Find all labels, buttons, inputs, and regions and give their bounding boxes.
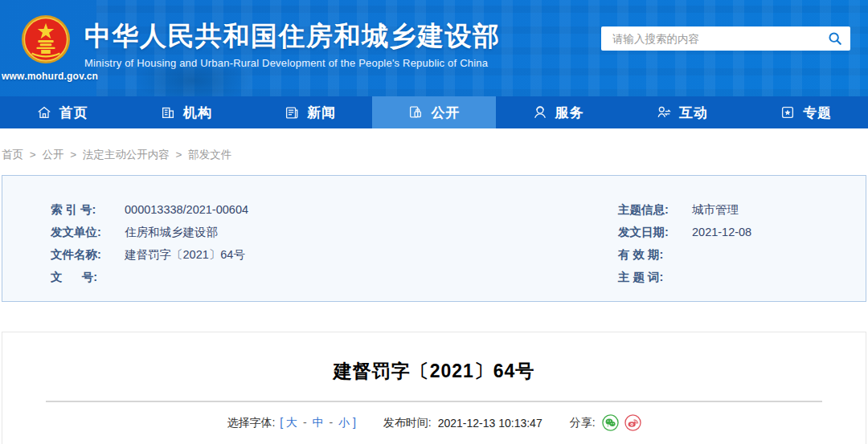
meta-label: 主题信息: [618,198,692,221]
document-title: 建督罚字〔2021〕64号 [2,359,866,384]
meta-label: 文 号: [51,266,125,288]
breadcrumb-home[interactable]: 首页 [2,149,23,161]
meta-label: 索 引 号: [51,198,125,221]
nav-label: 专题 [803,104,832,122]
meta-label: 有 效 期: [618,243,692,266]
search-icon[interactable] [820,26,850,51]
nav-item-service[interactable]: 服务 [496,96,620,128]
section-gap [0,302,868,332]
meta-row-keywords: 主 题 词: [618,266,866,288]
interaction-icon [656,104,672,120]
nav-item-disclosure[interactable]: 公开 [372,96,496,128]
search-input[interactable] [601,26,820,51]
site-url: www.mohurd.gov.cn [2,71,98,82]
document-meta-box: 索 引 号: 000013338/2021-00604 发文单位: 住房和城乡建… [2,175,866,302]
meta-value: 住房和城乡建设部 [125,221,218,243]
font-size-selector: [ 大 - 中 - 小 ] [280,416,355,430]
breadcrumb-disclosure[interactable]: 公开 [42,149,63,161]
meta-label: 发文单位: [51,221,125,243]
service-person-icon [532,104,548,120]
share-label: 分享: [570,416,596,430]
nav-item-home[interactable]: 首页 [0,96,124,128]
news-icon [284,104,300,120]
main-nav: 首页 机构 新闻 公开 [0,96,868,128]
meta-value: 建督罚字〔2021〕64号 [125,243,245,266]
nav-label: 服务 [555,104,584,122]
nav-label: 新闻 [307,104,336,122]
font-size-small-button[interactable]: 小 [338,416,350,429]
nav-label: 首页 [59,104,88,122]
breadcrumb-separator: > [176,149,182,161]
bracket-close: ] [353,416,356,429]
breadcrumb-separator: > [70,149,76,161]
star-badge-icon [780,104,796,120]
site-subtitle-en: Ministry of Housing and Urban-Rural Deve… [84,57,501,69]
title-divider [46,401,822,402]
publish-time: 2021-12-13 10:13:47 [438,417,542,430]
nav-label: 机构 [183,104,212,122]
meta-row-document-name: 文件名称: 建督罚字〔2021〕64号 [51,243,618,266]
document-toolbar: 选择字体: [ 大 - 中 - 小 ] 发布时间: 2021-12-13 10:… [2,414,866,431]
site-header: www.mohurd.gov.cn 中华人民共和国住房和城乡建设部 Minist… [0,0,868,96]
breadcrumb-statutory-content[interactable]: 法定主动公开内容 [83,149,170,161]
meta-row-issuing-unit: 发文单位: 住房和城乡建设部 [51,221,618,243]
breadcrumb-ministry-documents[interactable]: 部发文件 [188,149,231,161]
font-size-separator: - [303,416,307,429]
bracket-open: [ [280,416,283,429]
breadcrumb-separator: > [30,149,36,161]
nav-item-organization[interactable]: 机构 [124,96,248,128]
font-size-separator: - [329,416,333,429]
nav-item-news[interactable]: 新闻 [248,96,372,128]
nav-item-interaction[interactable]: 互动 [620,96,743,128]
font-selector-label: 选择字体: [227,416,275,430]
wechat-share-icon[interactable] [602,414,619,431]
meta-row-document-number: 文 号: [51,266,618,288]
breadcrumb: 首页 > 公开 > 法定主动公开内容 > 部发文件 [0,128,868,175]
meta-row-validity: 有 效 期: [618,243,866,266]
meta-label: 文件名称: [51,243,125,266]
meta-label: 发文日期: [618,221,692,243]
national-emblem-icon [21,14,71,64]
publish-time-label: 发布时间: [383,416,432,430]
disclosure-lock-icon [407,104,424,120]
search-box[interactable] [601,26,850,51]
meta-row-topic-info: 主题信息: 城市管理 [618,198,866,221]
meta-label: 主 题 词: [618,266,692,288]
nav-label: 公开 [431,104,460,122]
nav-label: 互动 [679,104,708,122]
meta-row-issue-date: 发文日期: 2021-12-08 [618,221,866,243]
font-size-large-button[interactable]: 大 [286,416,297,429]
weibo-share-icon[interactable] [624,414,641,431]
home-icon [36,104,52,120]
font-size-medium-button[interactable]: 中 [313,416,324,429]
meta-value: 000013338/2021-00604 [125,198,248,221]
nav-item-special[interactable]: 专题 [744,96,868,128]
document-panel: 建督罚字〔2021〕64号 选择字体: [ 大 - 中 - 小 ] 发布时间: … [2,332,866,444]
site-title: 中华人民共和国住房和城乡建设部 [84,20,501,52]
meta-row-index-number: 索 引 号: 000013338/2021-00604 [51,198,618,221]
meta-value: 城市管理 [692,198,739,221]
meta-value: 2021-12-08 [692,221,751,243]
organization-icon [160,104,176,120]
